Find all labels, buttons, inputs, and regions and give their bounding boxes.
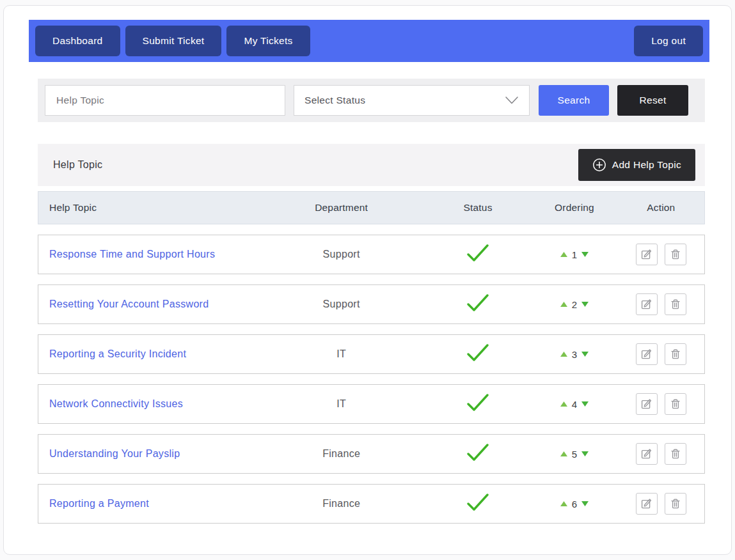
department-value: Support bbox=[323, 299, 360, 309]
help-topic-search-input[interactable] bbox=[45, 85, 285, 116]
delete-button[interactable] bbox=[665, 393, 686, 415]
delete-button[interactable] bbox=[665, 244, 686, 265]
reset-button[interactable]: Reset bbox=[617, 85, 688, 116]
caret-up-icon[interactable] bbox=[560, 352, 567, 357]
edit-button[interactable] bbox=[636, 393, 658, 415]
help-topic-link[interactable]: Resetting Your Account Password bbox=[49, 299, 209, 309]
caret-down-icon[interactable] bbox=[581, 302, 589, 307]
add-help-topic-label: Add Help Topic bbox=[612, 159, 681, 171]
caret-up-icon[interactable] bbox=[560, 451, 567, 456]
ordering-value: 2 bbox=[572, 299, 577, 310]
caret-down-icon[interactable] bbox=[581, 401, 589, 407]
trash-icon bbox=[669, 348, 682, 361]
check-icon bbox=[466, 393, 490, 412]
status-select[interactable]: Select Status bbox=[294, 85, 530, 116]
filter-bar: Select Status Search Reset bbox=[38, 79, 705, 122]
ordering-value: 4 bbox=[572, 399, 577, 410]
delete-button[interactable] bbox=[665, 493, 686, 515]
edit-icon bbox=[640, 497, 653, 510]
caret-up-icon[interactable] bbox=[560, 401, 567, 407]
edit-button[interactable] bbox=[636, 293, 658, 315]
help-topic-panel-header: Help Topic Add Help Topic bbox=[38, 144, 705, 186]
edit-button[interactable] bbox=[636, 343, 658, 365]
logout-button[interactable]: Log out bbox=[634, 26, 703, 56]
trash-icon bbox=[669, 497, 682, 510]
panel-title: Help Topic bbox=[53, 159, 102, 171]
check-icon bbox=[466, 293, 490, 313]
edit-button[interactable] bbox=[636, 443, 658, 465]
caret-down-icon[interactable] bbox=[581, 451, 589, 456]
table-row: Reporting a Payment Finance 6 bbox=[38, 484, 705, 524]
edit-icon bbox=[640, 298, 653, 311]
department-value: IT bbox=[336, 398, 346, 409]
trash-icon bbox=[669, 447, 682, 460]
department-value: IT bbox=[336, 348, 346, 359]
table-row: Response Time and Support Hours Support … bbox=[38, 235, 705, 274]
nav-my-tickets-button[interactable]: My Tickets bbox=[226, 26, 310, 56]
caret-up-icon[interactable] bbox=[560, 302, 567, 307]
page-card: Dashboard Submit Ticket My Tickets Log o… bbox=[3, 5, 732, 555]
caret-down-icon[interactable] bbox=[581, 501, 589, 506]
plus-circle-icon bbox=[592, 158, 606, 172]
department-value: Support bbox=[323, 249, 360, 260]
search-button[interactable]: Search bbox=[539, 85, 609, 116]
edit-icon bbox=[640, 248, 653, 261]
header-status: Status bbox=[425, 202, 532, 214]
header-help-topic: Help Topic bbox=[38, 202, 258, 214]
help-topic-table: Help Topic Department Status Ordering Ac… bbox=[38, 191, 705, 524]
department-value: Finance bbox=[322, 498, 360, 509]
help-topic-link[interactable]: Response Time and Support Hours bbox=[49, 249, 215, 260]
help-topic-link[interactable]: Reporting a Security Incident bbox=[49, 348, 186, 359]
check-icon bbox=[466, 343, 490, 362]
caret-down-icon[interactable] bbox=[581, 252, 589, 257]
department-value: Finance bbox=[322, 448, 360, 459]
chevron-down-icon bbox=[505, 96, 519, 105]
ordering-value: 6 bbox=[572, 499, 577, 509]
edit-icon bbox=[640, 348, 653, 361]
delete-button[interactable] bbox=[665, 443, 686, 465]
delete-button[interactable] bbox=[665, 293, 686, 315]
trash-icon bbox=[669, 248, 682, 261]
table-row: Understanding Your Payslip Finance 5 bbox=[38, 434, 705, 474]
caret-up-icon[interactable] bbox=[560, 501, 567, 506]
table-row: Reporting a Security Incident IT 3 bbox=[38, 334, 705, 374]
navbar: Dashboard Submit Ticket My Tickets Log o… bbox=[29, 20, 709, 62]
ordering-value: 5 bbox=[572, 449, 577, 460]
delete-button[interactable] bbox=[665, 343, 686, 365]
help-topic-link[interactable]: Reporting a Payment bbox=[49, 498, 149, 509]
check-icon bbox=[466, 443, 490, 462]
table-row: Network Connectivity Issues IT 4 bbox=[38, 384, 705, 424]
help-topic-link[interactable]: Network Connectivity Issues bbox=[49, 398, 183, 409]
edit-icon bbox=[640, 447, 653, 460]
nav-submit-ticket-button[interactable]: Submit Ticket bbox=[125, 26, 222, 56]
check-icon bbox=[466, 244, 490, 263]
trash-icon bbox=[669, 298, 682, 311]
edit-button[interactable] bbox=[636, 244, 658, 265]
ordering-value: 1 bbox=[572, 249, 577, 260]
header-action: Action bbox=[618, 202, 704, 214]
edit-button[interactable] bbox=[636, 493, 658, 515]
edit-icon bbox=[640, 398, 653, 410]
caret-down-icon[interactable] bbox=[581, 352, 589, 357]
add-help-topic-button[interactable]: Add Help Topic bbox=[578, 149, 695, 181]
ordering-value: 3 bbox=[572, 349, 577, 360]
nav-dashboard-button[interactable]: Dashboard bbox=[35, 26, 120, 56]
header-department: Department bbox=[258, 202, 425, 214]
trash-icon bbox=[669, 398, 682, 410]
header-ordering: Ordering bbox=[531, 202, 617, 214]
help-topic-link[interactable]: Understanding Your Payslip bbox=[49, 448, 180, 459]
caret-up-icon[interactable] bbox=[560, 252, 567, 257]
status-select-value: Select Status bbox=[304, 95, 365, 106]
table-header-row: Help Topic Department Status Ordering Ac… bbox=[38, 191, 705, 224]
table-row: Resetting Your Account Password Support … bbox=[38, 284, 705, 324]
navbar-left-group: Dashboard Submit Ticket My Tickets bbox=[35, 26, 310, 56]
check-icon bbox=[466, 493, 490, 512]
